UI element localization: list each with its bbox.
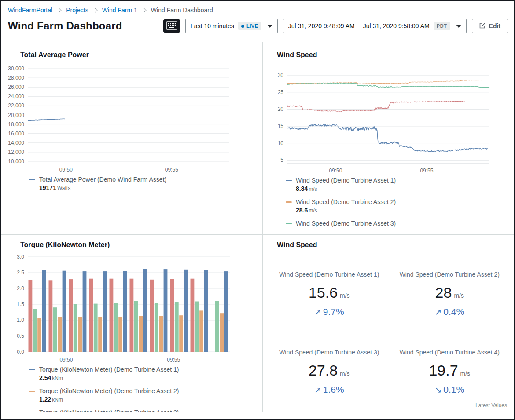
legend-series-name: Torque (KiloNewton Meter) (Demo Turbine … (39, 387, 179, 394)
panel-wind-speed-kpi: Wind Speed Wind Speed (Demo Turbine Asse… (262, 234, 514, 412)
legend-latest-value: 2.54 (39, 374, 51, 381)
svg-text:14,000: 14,000 (8, 140, 24, 146)
breadcrumb: WindFarmPortal Projects Wind Farm 1 Wind… (1, 1, 514, 15)
svg-text:30: 30 (278, 72, 284, 78)
chevron-right-icon (57, 8, 62, 12)
svg-text:15: 15 (278, 123, 284, 129)
chevron-right-icon (142, 8, 146, 12)
dashboard-header: Wind Farm Dashboard Last 10 minutes LIVE (1, 15, 514, 42)
kpi-unit: m/s (454, 292, 464, 299)
chart-legend: Torque (KiloNewton Meter) (Demo Turbine … (29, 366, 262, 412)
dashboard-grid: Total Average Power 30,00028,00026,00024… (1, 42, 514, 412)
trend-down-icon: ↘ (434, 385, 441, 394)
series-color-marker-icon (286, 201, 292, 203)
svg-text:20,000: 20,000 (8, 112, 24, 118)
kpi-value: 19.7m/s (390, 362, 510, 379)
caret-down-icon (456, 25, 461, 28)
panel-wind-speed-chart: Wind Speed 3025201510509:5009:55 Wind Sp… (262, 42, 514, 234)
svg-text:09:50: 09:50 (59, 167, 73, 173)
legend-latest-value: 19171 (39, 184, 56, 191)
kpi-trend: ↘0.1% (390, 384, 510, 395)
svg-text:3.0: 3.0 (17, 254, 24, 260)
kpi-property-name: Wind Speed (Demo Turbine Asset 2) (390, 271, 510, 278)
legend-latest-value: 8.84 (296, 185, 308, 192)
legend-unit: kNm (52, 397, 63, 403)
legend-series-name: Torque (KiloNewton Meter) (Demo Turbine … (39, 409, 179, 412)
legend-series-name: Wind Speed (Demo Turbine Asset 1) (296, 177, 396, 184)
svg-text:18,000: 18,000 (8, 121, 24, 128)
kpi-trend: ↗0.4% (390, 307, 510, 317)
series-color-marker-icon (29, 412, 35, 413)
legend-series-name: Wind Speed (Demo Turbine Asset 3) (296, 220, 396, 227)
kpi-property-name: Wind Speed (Demo Turbine Asset 1) (269, 271, 390, 278)
legend-series-name: Total Average Power (Demo Wind Farm Asse… (39, 176, 166, 183)
kpi-trend: ↗1.6% (269, 384, 390, 395)
series-color-marker-icon (29, 391, 35, 392)
wind-speed-line-chart: 3025201510509:5009:55 (267, 62, 505, 175)
keyboard-shortcuts-button[interactable] (163, 19, 180, 33)
legend-item: Torque (KiloNewton Meter) (Demo Turbine … (29, 366, 262, 382)
svg-text:1.5: 1.5 (17, 301, 24, 307)
trend-up-icon: ↗ (314, 307, 321, 317)
svg-text:0.5: 0.5 (17, 333, 24, 339)
svg-text:5: 5 (280, 157, 283, 163)
panel-total-average-power: Total Average Power 30,00028,00026,00024… (1, 42, 262, 234)
breadcrumb-link-projects[interactable]: Projects (66, 7, 88, 14)
panel-title: Torque (KiloNewton Meter) (20, 241, 262, 249)
panel-title: Wind Speed (277, 241, 514, 249)
svg-text:24,000: 24,000 (8, 93, 24, 99)
panel-title: Total Average Power (20, 51, 262, 59)
series-color-marker-icon (286, 180, 292, 181)
page-title: Wind Farm Dashboard (8, 20, 122, 32)
time-range-dropdown[interactable]: Last 10 minutes LIVE (185, 19, 278, 33)
svg-text:09:50: 09:50 (59, 357, 73, 363)
live-dot-icon (241, 25, 244, 28)
panel-title: Wind Speed (277, 51, 514, 59)
total-average-power-line-chart: 30,00028,00026,00024,00022,00020,00018,0… (4, 62, 241, 174)
series-color-marker-icon (286, 223, 292, 224)
date-range-picker[interactable]: Jul 31, 2020 9:48:09 AM Jul 31, 2020 9:5… (283, 19, 467, 33)
series-color-marker-icon (29, 369, 35, 370)
svg-text:30,000: 30,000 (8, 66, 24, 72)
legend-item: Torque (KiloNewton Meter) (Demo Turbine … (29, 409, 262, 412)
legend-item: Wind Speed (Demo Turbine Asset 3) (286, 220, 514, 227)
kpi-value: 27.8m/s (269, 362, 390, 379)
svg-text:12,000: 12,000 (8, 149, 24, 155)
kpi-cell: Wind Speed (Demo Turbine Asset 1)15.6m/s… (269, 271, 390, 317)
svg-text:16,000: 16,000 (8, 131, 24, 137)
chevron-right-icon (93, 8, 97, 12)
edit-button[interactable]: Edit (472, 19, 508, 33)
end-datetime: Jul 31, 2020 9:58:09 AM (363, 22, 430, 29)
series-color-marker-icon (29, 179, 35, 180)
caret-down-icon (267, 25, 272, 28)
svg-text:28,000: 28,000 (8, 75, 24, 81)
legend-unit: m/s (309, 208, 317, 214)
app-window: WindFarmPortal Projects Wind Farm 1 Wind… (0, 0, 515, 420)
start-datetime: Jul 31, 2020 9:48:09 AM (288, 22, 355, 29)
legend-unit: Watts (57, 185, 70, 191)
kpi-cell: Wind Speed (Demo Turbine Asset 4)19.7m/s… (390, 349, 510, 395)
svg-text:09:55: 09:55 (167, 357, 180, 363)
svg-text:26,000: 26,000 (8, 84, 24, 90)
kpi-property-name: Wind Speed (Demo Turbine Asset 3) (269, 349, 390, 356)
svg-text:1.0: 1.0 (17, 317, 24, 323)
live-badge: LIVE (238, 22, 261, 30)
kpi-unit: m/s (340, 370, 350, 377)
legend-latest-value: 28.6 (296, 207, 308, 214)
legend-unit: kNm (52, 375, 63, 381)
svg-text:10: 10 (278, 140, 284, 146)
svg-text:2.0: 2.0 (17, 285, 24, 292)
panel-torque: Torque (KiloNewton Meter) 3.02.52.01.51.… (1, 234, 262, 412)
chart-legend: Total Average Power (Demo Wind Farm Asse… (29, 176, 262, 192)
trend-up-icon: ↗ (434, 307, 441, 317)
kpi-cell: Wind Speed (Demo Turbine Asset 3)27.8m/s… (269, 349, 390, 395)
timezone-badge: PDT (434, 22, 450, 30)
svg-text:20: 20 (278, 106, 284, 112)
svg-text:0.0: 0.0 (17, 349, 24, 355)
svg-text:09:55: 09:55 (165, 167, 178, 173)
breadcrumb-link-portal[interactable]: WindFarmPortal (8, 7, 52, 14)
breadcrumb-link-wind-farm-1[interactable]: Wind Farm 1 (102, 7, 137, 14)
svg-text:10,000: 10,000 (8, 158, 24, 164)
legend-item: Total Average Power (Demo Wind Farm Asse… (29, 176, 262, 192)
time-range-label: Last 10 minutes (191, 22, 234, 29)
